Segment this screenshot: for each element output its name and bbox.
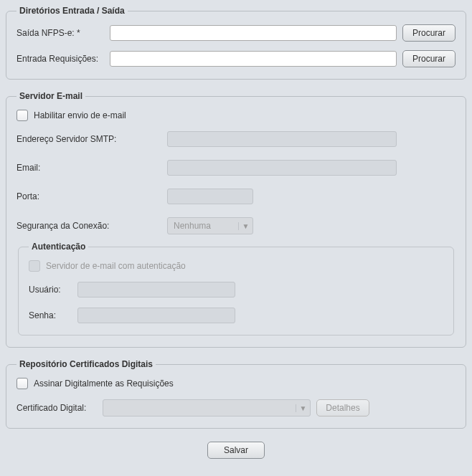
sign-label: Assinar Digitalmente as Requisições xyxy=(34,379,174,389)
email-label: Email: xyxy=(16,163,167,173)
port-label: Porta: xyxy=(16,191,167,201)
security-select[interactable]: Nenhuma ▼ xyxy=(167,217,253,234)
email-fieldset: Servidor E-mail Habilitar envio de e-mai… xyxy=(6,91,466,348)
cert-select[interactable]: ▼ xyxy=(103,399,311,416)
save-wrap: Salvar xyxy=(6,440,466,463)
smtp-input[interactable] xyxy=(167,131,397,147)
smtp-row: Endereço Servidor SMTP: xyxy=(16,131,456,147)
security-label: Segurança da Conexão: xyxy=(16,221,167,231)
smtp-label: Endereço Servidor SMTP: xyxy=(16,134,167,144)
chevron-down-icon: ▼ xyxy=(238,222,252,230)
entrada-browse-button[interactable]: Procurar xyxy=(402,50,456,67)
auth-enable-label: Servidor de e-mail com autenticação xyxy=(46,261,186,271)
entrada-label: Entrada Requisições: xyxy=(16,54,110,64)
entrada-input[interactable] xyxy=(110,51,397,67)
cert-label: Certificado Digital: xyxy=(16,403,103,413)
auth-user-input[interactable] xyxy=(77,282,235,298)
auth-pass-input[interactable] xyxy=(77,308,235,323)
auth-user-label: Usuário: xyxy=(29,285,77,295)
enable-email-row: Habilitar envio de e-mail xyxy=(16,110,456,121)
chevron-down-icon: ▼ xyxy=(296,404,310,412)
saida-row: Saída NFPS-e: * Procurar xyxy=(16,24,456,42)
enable-email-checkbox[interactable] xyxy=(16,110,28,121)
auth-fieldset: Autenticação Servidor de e-mail com aute… xyxy=(18,242,454,335)
auth-pass-label: Senha: xyxy=(29,310,77,320)
port-row: Porta: xyxy=(16,189,456,204)
saida-input[interactable] xyxy=(110,25,397,41)
enable-email-label: Habilitar envio de e-mail xyxy=(34,110,126,120)
details-button[interactable]: Detalhes xyxy=(316,399,369,416)
port-input[interactable] xyxy=(167,189,253,204)
sign-checkbox[interactable] xyxy=(16,378,28,389)
dirs-fieldset: Diretórios Entrada / Saída Saída NFPS-e:… xyxy=(6,6,466,80)
security-select-value: Nenhuma xyxy=(168,221,238,231)
email-input[interactable] xyxy=(167,160,397,176)
entrada-row: Entrada Requisições: Procurar xyxy=(16,50,456,67)
dirs-legend: Diretórios Entrada / Saída xyxy=(16,6,128,16)
saida-label: Saída NFPS-e: * xyxy=(16,28,110,38)
auth-enable-checkbox[interactable] xyxy=(29,260,40,272)
cert-row: Certificado Digital: ▼ Detalhes xyxy=(16,399,456,416)
auth-enable-row: Servidor de e-mail com autenticação xyxy=(29,260,443,272)
security-row: Segurança da Conexão: Nenhuma ▼ xyxy=(16,217,456,234)
email-row: Email: xyxy=(16,160,456,176)
sign-row: Assinar Digitalmente as Requisições xyxy=(16,378,456,389)
save-button[interactable]: Salvar xyxy=(207,442,265,459)
cert-fieldset: Repositório Certificados Digitais Assina… xyxy=(6,359,466,429)
saida-browse-button[interactable]: Procurar xyxy=(402,24,456,42)
auth-user-row: Usuário: xyxy=(29,282,443,298)
cert-legend: Repositório Certificados Digitais xyxy=(16,359,156,369)
auth-legend: Autenticação xyxy=(29,242,88,252)
email-legend: Servidor E-mail xyxy=(16,91,85,101)
auth-pass-row: Senha: xyxy=(29,308,443,323)
